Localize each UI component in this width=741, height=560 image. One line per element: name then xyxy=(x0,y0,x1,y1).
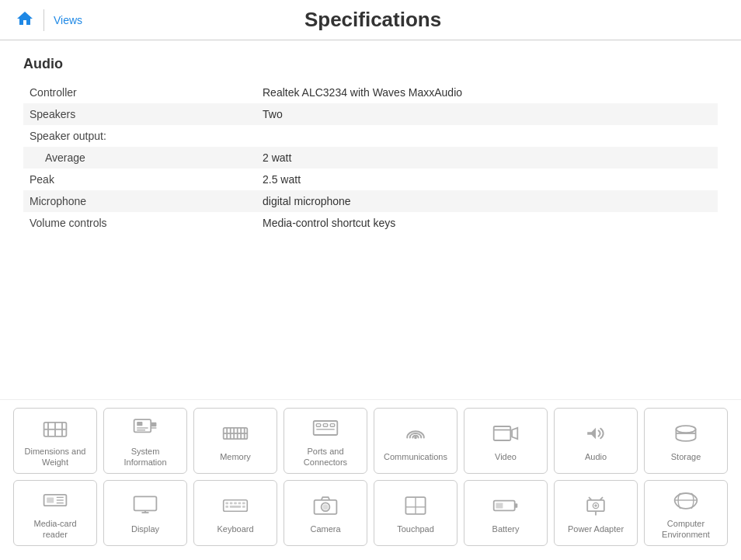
table-row: ControllerRealtek ALC3234 with Waves Max… xyxy=(23,82,718,103)
svg-rect-22 xyxy=(330,423,334,426)
nav-label-computer-environment: Computer Environment xyxy=(662,518,710,541)
audio-icon xyxy=(582,421,610,451)
system-information-icon xyxy=(131,416,159,446)
audio-spec-table: ControllerRealtek ALC3234 with Waves Max… xyxy=(23,82,718,234)
nav-label-memory: Memory xyxy=(220,451,251,462)
power-adapter-icon xyxy=(582,493,610,523)
svg-marker-27 xyxy=(512,428,517,439)
communications-icon xyxy=(402,421,430,451)
nav-item-power-adapter[interactable]: Power Adapter xyxy=(554,480,638,546)
media-card-reader-icon xyxy=(41,488,69,518)
bottom-nav: Dimensions and WeightSystem InformationM… xyxy=(0,399,741,560)
svg-rect-40 xyxy=(230,502,233,504)
home-icon[interactable] xyxy=(16,9,34,31)
svg-rect-42 xyxy=(238,502,242,504)
svg-rect-9 xyxy=(151,423,156,426)
nav-item-battery[interactable]: Battery xyxy=(464,480,548,546)
page-title: Specifications xyxy=(82,8,663,32)
nav-item-video[interactable]: Video xyxy=(464,408,548,474)
nav-label-communications: Communications xyxy=(384,451,447,462)
touchpad-icon xyxy=(402,493,430,523)
nav-label-keyboard: Keyboard xyxy=(217,523,253,534)
camera-icon xyxy=(311,493,339,523)
nav-label-ports-connectors: Ports and Connectors xyxy=(304,446,347,468)
svg-rect-46 xyxy=(242,506,245,508)
computer-environment-icon xyxy=(672,488,700,518)
nav-label-audio: Audio xyxy=(585,451,607,462)
nav-item-touchpad[interactable]: Touchpad xyxy=(374,480,457,546)
nav-item-dimensions-weight[interactable]: Dimensions and Weight xyxy=(13,408,97,474)
dimensions-weight-icon xyxy=(41,416,69,446)
nav-item-computer-environment[interactable]: Computer Environment xyxy=(644,480,728,546)
keyboard-icon xyxy=(221,493,249,523)
nav-label-storage: Storage xyxy=(671,451,701,462)
nav-item-ports-connectors[interactable]: Ports and Connectors xyxy=(284,408,367,474)
svg-rect-39 xyxy=(225,502,228,504)
table-row: Peak2.5 watt xyxy=(23,169,718,190)
nav-label-camera: Camera xyxy=(310,523,340,534)
nav-item-camera[interactable]: Camera xyxy=(284,480,367,546)
audio-section-title: Audio xyxy=(23,56,718,72)
table-row: Average2 watt xyxy=(23,147,718,169)
main-content: Audio ControllerRealtek ALC3234 with Wav… xyxy=(0,40,741,249)
table-row: Microphonedigital microphone xyxy=(23,190,718,212)
svg-rect-21 xyxy=(323,423,327,426)
views-link[interactable]: Views xyxy=(54,14,82,26)
svg-rect-44 xyxy=(225,506,228,508)
svg-point-24 xyxy=(414,436,417,439)
storage-icon xyxy=(672,421,700,451)
nav-item-system-information[interactable]: System Information xyxy=(103,408,187,474)
table-row: SpeakersTwo xyxy=(23,103,718,125)
nav-row-1: Dimensions and WeightSystem InformationM… xyxy=(12,408,729,474)
table-row: Speaker output: xyxy=(23,125,718,147)
nav-item-storage[interactable]: Storage xyxy=(644,408,728,474)
video-icon xyxy=(492,421,520,451)
svg-rect-20 xyxy=(316,423,320,426)
svg-point-28 xyxy=(676,426,695,433)
nav-item-communications[interactable]: Communications xyxy=(374,408,457,474)
svg-rect-55 xyxy=(496,503,503,508)
nav-item-audio[interactable]: Audio xyxy=(554,408,638,474)
svg-rect-41 xyxy=(234,502,237,504)
nav-label-media-card-reader: Media-card reader xyxy=(33,518,76,541)
header-divider xyxy=(43,9,44,31)
table-row: Volume controlsMedia-control shortcut ke… xyxy=(23,212,718,234)
nav-label-power-adapter: Power Adapter xyxy=(568,523,624,534)
nav-item-memory[interactable]: Memory xyxy=(193,408,277,474)
ports-connectors-icon xyxy=(311,416,339,446)
nav-label-video: Video xyxy=(495,451,517,462)
nav-label-display: Display xyxy=(131,523,159,534)
battery-icon xyxy=(492,493,520,523)
svg-point-49 xyxy=(323,505,327,509)
nav-item-keyboard[interactable]: Keyboard xyxy=(193,480,277,546)
svg-rect-45 xyxy=(230,506,241,508)
nav-item-media-card-reader[interactable]: Media-card reader xyxy=(13,480,97,546)
nav-label-system-information: System Information xyxy=(124,446,166,468)
nav-label-dimensions-weight: Dimensions and Weight xyxy=(25,446,86,468)
nav-label-touchpad: Touchpad xyxy=(397,523,434,534)
svg-rect-31 xyxy=(47,497,54,503)
nav-item-display[interactable]: Display xyxy=(103,480,187,546)
svg-rect-54 xyxy=(515,503,518,507)
nav-label-battery: Battery xyxy=(492,523,520,534)
svg-rect-43 xyxy=(242,502,245,504)
memory-icon xyxy=(221,421,249,451)
svg-rect-19 xyxy=(314,421,338,435)
svg-rect-35 xyxy=(134,496,157,510)
svg-rect-6 xyxy=(137,422,142,426)
display-icon xyxy=(131,493,159,523)
nav-row-2: Media-card readerDisplayKeyboardCameraTo… xyxy=(12,480,729,546)
svg-rect-25 xyxy=(494,426,511,440)
